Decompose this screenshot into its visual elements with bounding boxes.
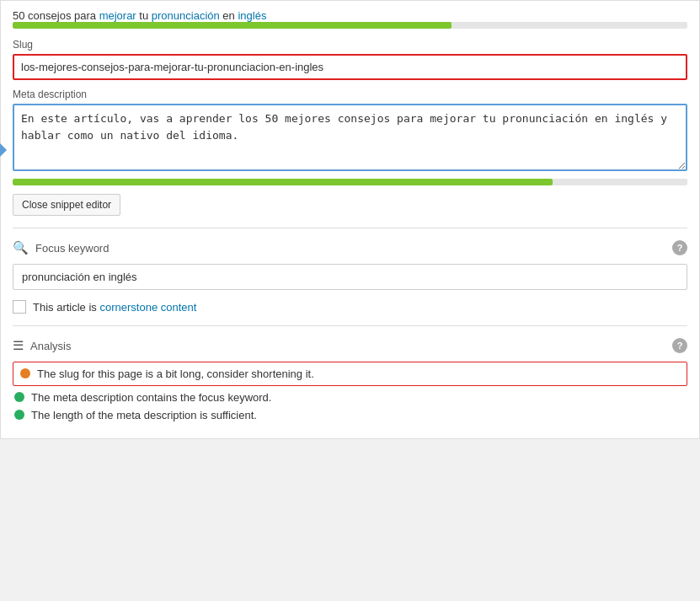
analysis-text-0: The slug for this page is a bit long, co…	[37, 368, 314, 380]
analysis-dot-0	[20, 368, 30, 378]
meta-progress-bar	[13, 179, 553, 185]
main-panel: 50 consejos para mejorar tu pronunciació…	[0, 0, 700, 439]
analysis-dot-1	[14, 392, 24, 402]
focus-keyword-input[interactable]	[13, 264, 687, 290]
analysis-list: The slug for this page is a bit long, co…	[13, 362, 687, 421]
meta-progress-bar-wrap	[13, 179, 687, 185]
analysis-dot-2	[14, 410, 24, 420]
title-section: 50 consejos para mejorar tu pronunciació…	[13, 9, 687, 29]
divider-2	[13, 325, 687, 326]
analysis-item-0: The slug for this page is a bit long, co…	[13, 362, 687, 386]
meta-description-textarea[interactable]: En este artículo, <span class="meta-text…	[13, 104, 687, 171]
meta-description-label: Meta description	[13, 89, 687, 100]
focus-keyword-header: 🔍 Focus keyword ?	[13, 240, 687, 255]
focus-keyword-section: 🔍 Focus keyword ? This article is corner…	[13, 240, 687, 314]
close-snippet-button[interactable]: Close snippet editor	[13, 194, 120, 216]
slug-section: Slug	[13, 39, 687, 80]
focus-keyword-help-icon[interactable]: ?	[672, 240, 687, 255]
title-progress-bar-wrap	[13, 22, 687, 29]
title-highlight-mejorar: mejorar	[99, 9, 136, 22]
focus-keyword-title: Focus keyword	[35, 242, 109, 255]
search-icon: 🔍	[13, 240, 29, 255]
analysis-text-2: The length of the meta description is su…	[31, 409, 257, 421]
cornerstone-link[interactable]: cornerstone content	[99, 301, 196, 314]
title-highlight-ingles: inglés	[238, 9, 266, 22]
analysis-item-1: The meta description contains the focus …	[13, 391, 687, 404]
analysis-help-icon[interactable]: ?	[672, 338, 687, 353]
analysis-item-2: The length of the meta description is su…	[13, 409, 687, 421]
left-arrow-marker	[0, 143, 7, 157]
list-icon: ☰	[13, 338, 24, 353]
focus-keyword-title-row: 🔍 Focus keyword	[13, 240, 109, 255]
analysis-title-row: ☰ Analysis	[13, 338, 71, 353]
cornerstone-checkbox[interactable]	[13, 300, 26, 314]
analysis-title: Analysis	[30, 340, 71, 352]
slug-label: Slug	[13, 39, 687, 51]
meta-description-section: Meta description En este artículo, <span…	[13, 89, 687, 185]
analysis-header: ☰ Analysis ?	[13, 338, 687, 353]
cornerstone-label: This article is cornerstone content	[33, 301, 196, 314]
divider-1	[13, 228, 687, 228]
slug-input[interactable]	[13, 54, 687, 80]
title-progress-bar	[13, 22, 452, 29]
title-highlight-pronunciacion: pronunciación	[152, 9, 220, 22]
analysis-section: ☰ Analysis ? The slug for this page is a…	[13, 338, 687, 421]
analysis-text-1: The meta description contains the focus …	[31, 391, 271, 404]
cornerstone-row: This article is cornerstone content	[13, 300, 687, 314]
page-title: 50 consejos para mejorar tu pronunciació…	[13, 9, 687, 22]
